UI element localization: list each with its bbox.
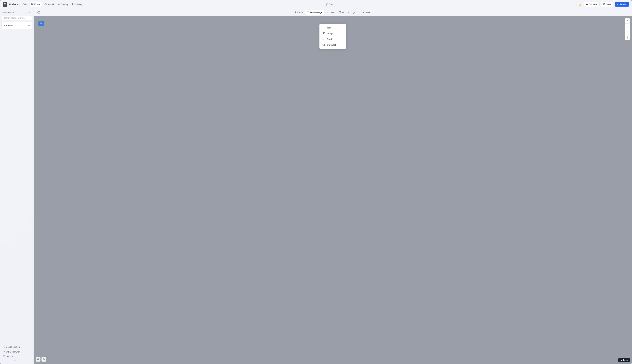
canvas-area: Start Add Message [34,9,632,364]
advance-label: Advance [363,11,370,14]
carousel-item-label: Carousel [327,44,336,46]
svg-rect-25 [323,32,325,34]
lock-button[interactable]: 🔒 [625,35,630,40]
sidebar-footer: ⓘ Documentation Our Community [0,342,34,364]
publish-button[interactable]: ✓ Publish [615,2,629,6]
main-area: SCENARIOS + Scenerio-1 ⋯ ⓘ Documentation [0,9,632,364]
sidebar-header: SCENARIOS + [0,9,34,15]
image-item-label: Image [327,32,333,35]
dropdown-item-image[interactable]: Image [320,30,346,36]
publish-label: Publish [620,3,627,6]
studio-chevron-icon: ▾ [17,3,18,6]
scenario-name-label: Scenerio-1 [3,24,14,27]
emulator-button[interactable]: ▶ Emulator [584,2,600,7]
svg-point-4 [31,3,33,5]
svg-rect-0 [4,3,5,4]
start-icon [295,11,298,14]
draft-badge: Draft* [326,3,335,6]
toolbar-logic-button[interactable]: Logic [346,10,357,15]
nav-library[interactable]: Library [71,2,84,6]
svg-point-24 [340,12,340,12]
setting-label: Setting [61,3,68,6]
draft-asterisk: * [334,3,335,6]
image-type-icon [322,32,325,35]
text-type-icon [322,26,325,29]
header-center: Draft* [85,3,576,6]
start-label: Start [298,11,303,14]
sidebar-toggle-button[interactable] [37,10,41,15]
logs-button[interactable]: ▲ Logs [618,358,630,362]
toolbar-add-message-button[interactable]: Add Message [305,10,324,15]
canvas[interactable]: Text Image [34,16,632,364]
undo-button[interactable]: ↺ [36,357,41,362]
dropdown-item-carousel[interactable]: Carousel [320,42,346,48]
setting-icon: ⚙ [58,3,60,6]
zoom-divider-3 [625,34,630,35]
header-divider [20,3,20,6]
toolbar-ai-button[interactable]: AI [337,10,345,15]
documentation-link[interactable]: ⓘ Documentation [2,344,32,350]
search-input[interactable] [2,16,32,20]
svg-point-5 [45,3,46,4]
listen-icon [326,11,329,14]
studio-logo-icon [3,2,8,7]
nav-setting[interactable]: ⚙ Setting [57,2,70,6]
add-scenario-button[interactable]: + [28,10,32,14]
zoom-in-button[interactable]: + [625,18,630,23]
theme-toggle-button[interactable]: 🌙 [577,2,582,7]
publish-check-icon: ✓ [617,3,619,6]
scenarios-section-label: SCENARIOS [2,11,14,13]
zoom-out-button[interactable]: − [625,24,630,29]
toolbar-advance-button[interactable]: Advance [358,10,372,15]
ai-label: AI [342,11,344,14]
fit-view-button[interactable]: ⤢ [625,30,630,34]
save-button[interactable]: Save [601,2,613,7]
community-icon [3,350,5,353]
ai-icon [339,11,341,14]
header: Studio ▾ File Flows [0,0,632,9]
add-message-label: Add Message [310,11,322,14]
svg-point-20 [308,12,309,13]
documentation-label: Documentation [6,346,20,348]
cursor-arrow-icon [40,22,43,25]
toolbar-listen-button[interactable]: Listen [325,10,337,15]
community-link[interactable]: Our Community [2,350,32,354]
svg-line-9 [46,4,46,4]
tutorials-link[interactable]: Tutorials [2,354,32,359]
redo-button[interactable]: ↻ [42,357,46,362]
model-icon [45,3,47,6]
toolbar-start-button[interactable]: Start [294,10,304,15]
advance-icon [359,11,362,14]
logic-icon [348,11,350,14]
text-item-label: Text [327,26,331,29]
library-label: Library [75,3,82,6]
svg-point-18 [295,11,297,13]
nav-model[interactable]: Model [43,2,55,6]
card-item-label: Card [327,38,332,40]
cursor-node [39,21,44,26]
logic-label: Logic [351,11,356,14]
zoom-divider-2 [625,29,630,29]
draft-label: Draft [329,3,334,6]
tutorials-icon [3,355,5,358]
nav-flows[interactable]: Flows [29,2,42,7]
svg-rect-3 [5,4,6,6]
nav-file[interactable]: File [22,2,28,6]
toolbar-items: Start Add Message [294,10,372,15]
studio-label: Studio [9,3,16,6]
flows-label: Flows [35,3,40,6]
add-message-dropdown: Text Image [319,24,346,49]
scenario-more-button[interactable]: ⋯ [27,24,30,27]
library-icon [72,3,75,6]
tutorials-label: Tutorials [6,356,14,358]
dropdown-item-card[interactable]: Card [320,36,346,42]
svg-line-8 [45,4,46,4]
card-type-icon [322,38,325,40]
scenario-item[interactable]: Scenerio-1 ⋯ [1,22,32,29]
svg-point-7 [46,4,47,5]
svg-rect-27 [323,38,325,40]
dropdown-item-text[interactable]: Text [320,25,346,30]
header-left: Studio ▾ File Flows [3,2,84,7]
documentation-icon: ⓘ [3,346,5,348]
file-label: File [23,3,27,6]
